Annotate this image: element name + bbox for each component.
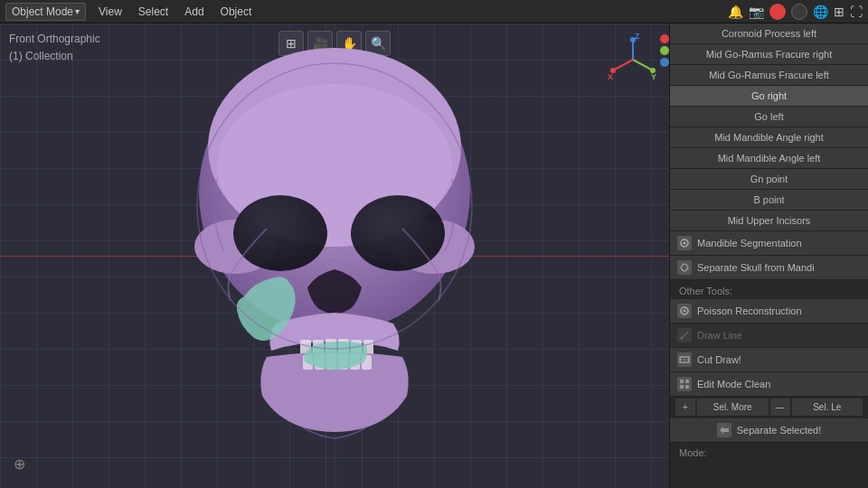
mandible-seg-label: Mandible Segmentation: [697, 238, 802, 249]
menu-object[interactable]: Object: [217, 4, 256, 20]
mid-upper-incisors-btn[interactable]: Mid Upper Incisors: [670, 211, 868, 231]
menu-select[interactable]: Select: [135, 4, 172, 20]
z-dot: [660, 58, 669, 67]
edit-mode-clean-btn[interactable]: Edit Mode Clean: [670, 372, 868, 397]
sel-plus-btn[interactable]: +: [675, 399, 695, 417]
bottom-icon-axes[interactable]: ⊕: [9, 454, 29, 474]
cut-draw-label: Cut Draw!: [697, 354, 741, 365]
color-swatch-red: [769, 4, 786, 20]
mid-mandible-right-btn[interactable]: Mid Mandible Angle right: [670, 127, 868, 148]
svg-text:X: X: [608, 72, 613, 81]
go-left-btn[interactable]: Go left: [670, 107, 868, 127]
svg-rect-39: [680, 385, 684, 389]
svg-point-6: [630, 37, 636, 42]
separate-selected-label: Separate Selected!: [737, 425, 822, 436]
mode-label: Mode:: [670, 443, 868, 463]
menu-add[interactable]: Add: [181, 4, 207, 20]
svg-line-2: [633, 60, 653, 70]
svg-point-7: [650, 68, 656, 73]
separate-skull-btn[interactable]: Separate Skull from Mandi: [670, 256, 868, 280]
top-icon-2[interactable]: 📷: [749, 5, 764, 19]
viewport-3d[interactable]: Front Orthographic (1) Collection ⊞ 🎥 ✋ …: [0, 23, 669, 488]
svg-rect-40: [685, 385, 689, 389]
cut-draw-icon: [677, 352, 692, 367]
mode-label: Object Mode: [12, 5, 73, 18]
sel-more-btn[interactable]: Sel. More: [697, 399, 769, 417]
sel-row: + Sel. More — Sel. Le: [670, 397, 868, 418]
poisson-icon: [677, 304, 692, 318]
top-menubar: Object Mode ▾ View Select Add Object 🔔 📷…: [0, 0, 868, 23]
view-mode-label: Front Orthographic: [9, 31, 100, 48]
sel-minus-btn[interactable]: —: [770, 399, 790, 417]
b-point-btn[interactable]: B point: [670, 190, 868, 211]
svg-point-14: [233, 195, 327, 271]
right-panel: Coronoid Process left Mid Go-Ramus Fracu…: [669, 23, 868, 488]
cut-draw-btn[interactable]: Cut Draw!: [670, 348, 868, 372]
top-icon-1[interactable]: 🔔: [728, 5, 743, 19]
axis-gizmo[interactable]: Z Y X: [606, 33, 660, 87]
go-right-btn[interactable]: Go right: [670, 86, 868, 107]
coronoid-process-left-btn[interactable]: Coronoid Process left: [670, 23, 868, 44]
svg-point-34: [681, 337, 684, 340]
separate-selected-btn[interactable]: Separate Selected!: [670, 418, 868, 443]
edit-mode-label: Edit Mode Clean: [697, 379, 770, 389]
draw-line-btn[interactable]: Draw Line: [670, 324, 868, 348]
dropdown-chevron: ▾: [75, 6, 80, 16]
collection-label: (1) Collection: [9, 48, 100, 65]
svg-rect-38: [685, 380, 689, 383]
svg-rect-37: [680, 380, 684, 383]
separate-skull-icon: [677, 260, 692, 275]
svg-point-15: [351, 195, 445, 271]
separate-skull-label: Separate Skull from Mandi: [697, 262, 815, 273]
other-tools-label: Other Tools:: [670, 280, 868, 299]
draw-line-label: Draw Line: [697, 330, 742, 341]
top-icon-5[interactable]: ⛶: [850, 5, 863, 19]
svg-text:Y: Y: [651, 72, 656, 81]
gn-point-btn[interactable]: Gn point: [670, 169, 868, 190]
draw-line-icon: [677, 328, 692, 343]
svg-point-8: [610, 68, 616, 73]
mid-mandible-left-btn[interactable]: Mid Mandible Angle left: [670, 148, 868, 169]
mid-go-ramus-right-btn[interactable]: Mid Go-Ramus Fracure right: [670, 44, 868, 65]
menu-view[interactable]: View: [95, 4, 126, 20]
viewport-info: Front Orthographic (1) Collection: [9, 31, 100, 65]
sel-less-btn[interactable]: Sel. Le: [792, 399, 863, 417]
bottom-left-icons: ⊕: [9, 454, 29, 474]
separate-selected-icon: [717, 423, 731, 437]
poisson-reconstruction-btn[interactable]: Poisson Reconstruction: [670, 299, 868, 324]
color-swatch-gray: [791, 4, 807, 20]
svg-line-4: [613, 60, 633, 70]
skull-model: [127, 39, 542, 473]
edit-mode-icon: [677, 377, 692, 391]
svg-point-32: [684, 310, 686, 313]
top-icon-3[interactable]: 🌐: [813, 5, 828, 19]
mandible-seg-icon: [677, 236, 692, 250]
mandible-segmentation-btn[interactable]: Mandible Segmentation: [670, 231, 868, 256]
mode-dropdown[interactable]: Object Mode ▾: [5, 3, 86, 21]
y-dot: [660, 46, 669, 55]
x-dot: [660, 34, 669, 43]
poisson-label: Poisson Reconstruction: [697, 305, 802, 316]
top-icon-4[interactable]: ⊞: [834, 5, 844, 19]
svg-point-30: [684, 242, 686, 245]
mid-go-ramus-left-btn[interactable]: Mid Go-Ramus Fracure left: [670, 65, 868, 86]
